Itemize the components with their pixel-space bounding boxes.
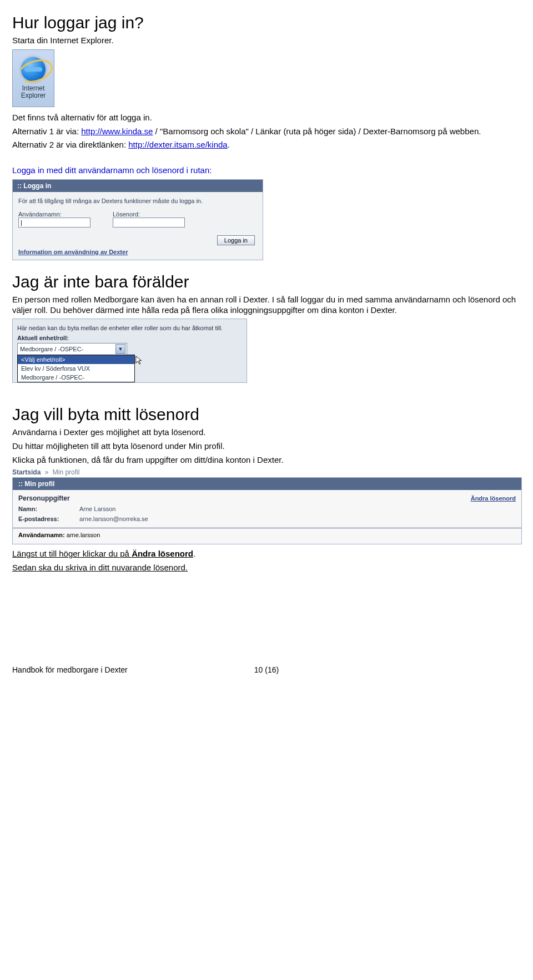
role-switch-block: Här nedan kan du byta mellan de enheter …	[12, 319, 247, 383]
tail-line-1: Längst ut till höger klickar du på Ändra…	[12, 549, 522, 559]
login-caption: Logga in med ditt användarnamn och lösen…	[12, 165, 522, 176]
footer-doc-title: Handbok för medborgare i Dexter	[12, 665, 128, 674]
ie-label-line2: Explorer	[21, 92, 46, 99]
breadcrumb-home[interactable]: Startsida	[12, 468, 41, 476]
footer-page-number: 10 (16)	[254, 665, 279, 674]
change-pw-p1: Användarna i Dexter ges möjlighet att by…	[12, 427, 522, 438]
profile-username-key: Användarnamn:	[18, 532, 65, 538]
role-switch-label: Aktuell enhet/roll:	[17, 335, 242, 341]
role-switch-intro: Här nedan kan du byta mellan de enheter …	[17, 325, 242, 332]
login-panel-title: :: Logga in	[13, 180, 263, 192]
role-option-elev[interactable]: Elev kv / Söderforsa VUX	[18, 364, 134, 373]
alt1-prefix: Alternativ 1 är via:	[12, 127, 81, 136]
alt1-line: Alternativ 1 är via: http://www.kinda.se…	[12, 127, 522, 137]
dexter-usage-info-link[interactable]: Information om användning av Dexter	[18, 249, 257, 255]
page-title: Hur loggar jag in?	[12, 13, 522, 32]
dexter-url-link[interactable]: http://dexter.itsam.se/kinda	[128, 140, 227, 149]
login-panel-desc: För att få tillgång till många av Dexter…	[18, 198, 257, 204]
profile-mail-value: arne.larsson@norreka.se	[79, 516, 148, 522]
section-change-password-title: Jag vill byta mitt lösenord	[12, 405, 522, 424]
section-not-only-parent-text: En person med rollen Medborgare kan även…	[12, 295, 522, 316]
tail-line-1-a: Längst ut till höger klickar du på	[12, 549, 132, 558]
role-select-value: Medborgare / -OSPEC-	[20, 346, 83, 352]
password-input[interactable]	[113, 218, 185, 228]
alt2-prefix: Alternativ 2 är via direktlänken:	[12, 140, 128, 149]
role-option-medborgare[interactable]: Medborgare / -OSPEC-	[18, 373, 134, 382]
breadcrumb-sep: »	[45, 468, 49, 476]
intro-start: Starta din Internet Explorer.	[12, 36, 522, 46]
username-label: Användarnamn:	[18, 211, 90, 218]
breadcrumb: Startsida » Min profil	[12, 468, 522, 476]
cursor-icon	[134, 355, 144, 365]
login-button[interactable]: Logga in	[217, 235, 255, 245]
ie-label-line1: Internet	[21, 85, 46, 92]
alt1-rest: / "Barnomsorg och skola" / Länkar (ruta …	[153, 127, 481, 136]
breadcrumb-current: Min profil	[53, 468, 80, 476]
role-select-dropdown: <Välj enhet/roll> Elev kv / Söderforsa V…	[17, 355, 135, 382]
profile-mail-key: E-postadress:	[18, 516, 79, 522]
profile-section-title: Personuppgifter	[18, 494, 70, 502]
change-password-link[interactable]: Ändra lösenord	[471, 495, 516, 502]
profile-name-value: Arne Larsson	[79, 506, 115, 512]
username-input[interactable]	[18, 218, 90, 228]
role-option-placeholder-label: <Välj enhet/roll>	[21, 356, 66, 363]
alt2-dot: .	[228, 140, 230, 149]
profile-username-value: arne.larsson	[67, 532, 100, 538]
profile-panel-title: :: Min profil	[13, 478, 521, 490]
login-panel: :: Logga in För att få tillgång till mån…	[12, 179, 263, 260]
role-select[interactable]: Medborgare / -OSPEC- ▼	[17, 343, 127, 355]
section-not-only-parent-title: Jag är inte bara förälder	[12, 272, 522, 291]
kinda-url-link[interactable]: http://www.kinda.se	[81, 127, 153, 136]
tail-line-2: Sedan ska du skriva in ditt nuvarande lö…	[12, 563, 522, 573]
alt2-line: Alternativ 2 är via direktlänken: http:/…	[12, 140, 522, 150]
profile-name-key: Namn:	[18, 506, 79, 512]
password-label: Lösenord:	[113, 211, 185, 218]
change-password-emph: Ändra lösenord	[132, 549, 193, 558]
chevron-down-icon: ▼	[115, 344, 125, 354]
profile-panel: :: Min profil Personuppgifter Ändra löse…	[12, 477, 522, 544]
role-option-placeholder[interactable]: <Välj enhet/roll>	[18, 355, 134, 364]
tail-line-1-c: .	[193, 549, 195, 558]
ie-shortcut-tile: Internet Explorer	[12, 49, 54, 107]
internet-explorer-icon	[21, 57, 46, 82]
change-pw-p2: Du hittar möjligheten till att byta löse…	[12, 441, 522, 452]
two-alternatives-text: Det finns två alternativ för att logga i…	[12, 113, 522, 123]
change-pw-p3: Klicka på funktionen, då får du fram upp…	[12, 455, 522, 466]
